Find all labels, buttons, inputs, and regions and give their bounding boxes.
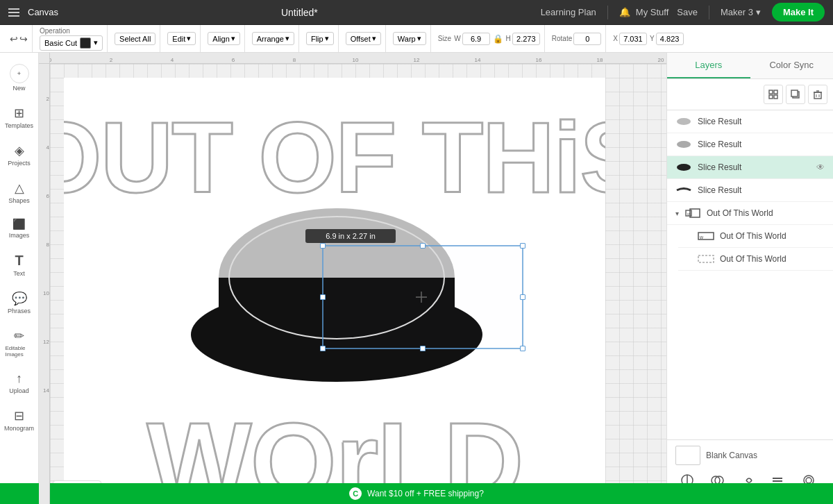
sidebar-item-editable-images[interactable]: ✏ Editable Images [3, 323, 36, 363]
redo-button[interactable]: ↪ [19, 33, 28, 44]
notifications-area[interactable]: 🔔 My Stuff Save [619, 7, 698, 17]
ruler-tick-v-4: 4 [47, 144, 49, 151]
handle-bottom-mid[interactable] [420, 346, 426, 351]
handle-mid-left[interactable] [320, 294, 326, 300]
pos-x-input[interactable] [619, 33, 647, 45]
left-sidebar: + New ⊞ Templates ◈ Projects △ Shapes ⬛ … [0, 53, 39, 504]
ruler-tick-8: 8 [293, 57, 296, 63]
panel-tabs: Layers Color Sync [667, 53, 833, 79]
position-group: X Y [609, 25, 687, 52]
offset-button[interactable]: Offset ▾ [346, 32, 381, 45]
ruler-corner [39, 53, 50, 64]
layers-list: Slice Result Slice Result Slice Result 👁 [667, 110, 833, 439]
ruler-tick-18: 18 [597, 57, 603, 63]
my-stuff-link[interactable]: My Stuff [636, 7, 668, 17]
sidebar-label-phrases: Phrases [8, 308, 31, 314]
sidebar-item-projects[interactable]: ◈ Projects [3, 137, 36, 172]
svg-rect-16 [791, 90, 798, 96]
svg-rect-13 [769, 95, 773, 99]
layer-ootw-2[interactable]: Out Of This World [678, 248, 833, 271]
canvas-label: Canvas [28, 7, 58, 17]
hamburger-menu[interactable] [8, 8, 19, 17]
layer-thumb-3 [675, 162, 692, 173]
tab-color-sync[interactable]: Color Sync [750, 53, 834, 78]
group-collapse-icon[interactable]: ▾ [675, 210, 679, 217]
layer-ootw-1[interactable]: w Out Of This World [678, 225, 833, 248]
ruler-tick-v-10: 10 [43, 290, 49, 296]
handle-top-left[interactable] [320, 243, 326, 249]
top-bar: Canvas Untitled* Learning Plan 🔔 My Stuf… [0, 0, 833, 25]
svg-text:6.9 in x 2.27 in: 6.9 in x 2.27 in [326, 232, 376, 240]
sidebar-item-new[interactable]: + New [3, 58, 36, 97]
layer-slice-result-4[interactable]: Slice Result [667, 179, 833, 202]
layer-slice-result-3[interactable]: Slice Result 👁 [667, 156, 833, 179]
warp-button[interactable]: Warp ▾ [393, 32, 426, 45]
blank-canvas-row: Blank Canvas [675, 446, 825, 465]
operation-value: Basic Cut [44, 39, 77, 47]
sidebar-item-templates[interactable]: ⊞ Templates [3, 100, 36, 135]
maker-selector[interactable]: Maker 3 ▾ [721, 7, 761, 17]
delete-button[interactable] [808, 85, 827, 104]
promo-banner[interactable]: C Want $10 off + FREE shipping? [0, 483, 833, 504]
operation-dropdown[interactable]: Basic Cut ▾ [40, 35, 103, 51]
handle-top-mid[interactable] [420, 243, 426, 249]
ruler-tick-v-6: 6 [47, 193, 49, 199]
canvas-content[interactable]: OUT OF THiS [50, 64, 666, 504]
duplicate-icon [791, 90, 800, 99]
svg-rect-12 [774, 90, 777, 94]
sidebar-label-images: Images [9, 232, 30, 239]
sidebar-item-phrases[interactable]: 💬 Phrases [3, 285, 36, 320]
width-input[interactable] [462, 33, 490, 45]
select-all-button[interactable]: Select All [115, 33, 155, 45]
height-field: H [506, 33, 540, 45]
rotate-group: Rotate [548, 25, 606, 52]
sidebar-label-upload: Upload [9, 387, 29, 394]
sidebar-item-shapes[interactable]: △ Shapes [3, 175, 36, 210]
layer-slice-result-1[interactable]: Slice Result [667, 110, 833, 133]
sidebar-item-upload[interactable]: ↑ Upload [3, 366, 36, 400]
bell-icon: 🔔 [619, 7, 630, 17]
sidebar-item-text[interactable]: T Text [3, 247, 36, 283]
svg-rect-36 [773, 480, 782, 482]
height-input[interactable] [512, 33, 540, 45]
rotate-input[interactable] [573, 33, 601, 45]
handle-top-right[interactable] [520, 243, 525, 249]
maker-label: Maker 3 [721, 7, 753, 17]
edit-chevron-icon: ▾ [187, 34, 191, 43]
flip-button[interactable]: Flip ▾ [306, 32, 334, 45]
align-button[interactable]: Align ▾ [208, 32, 239, 45]
make-it-button[interactable]: Make It [772, 3, 825, 22]
pos-y-input[interactable] [656, 33, 684, 45]
top-bar-right: Learning Plan 🔔 My Stuff Save Maker 3 ▾ … [541, 3, 825, 22]
canvas-area[interactable]: 0 2 4 6 8 10 12 14 16 18 20 2 4 6 8 10 1… [39, 53, 666, 504]
handle-bottom-right[interactable] [520, 346, 525, 351]
chevron-down-icon: ▾ [756, 7, 761, 17]
save-button[interactable]: Save [677, 7, 698, 17]
sidebar-item-monogram[interactable]: ⊟ Monogram [3, 403, 36, 437]
layer-ootw-thumb-2 [698, 253, 714, 264]
lock-icon[interactable]: 🔒 [493, 34, 503, 44]
monogram-icon: ⊟ [14, 408, 24, 423]
tab-layers[interactable]: Layers [667, 53, 750, 78]
undo-button[interactable]: ↩ [10, 33, 18, 44]
document-title: Untitled* [281, 7, 318, 18]
sidebar-label-text: Text [13, 270, 25, 277]
eye-icon-3[interactable]: 👁 [816, 162, 825, 172]
rotate-label: Rotate [552, 35, 572, 42]
edit-button[interactable]: Edit ▾ [167, 32, 196, 45]
layer-group-out-of-this-world[interactable]: ▾ w Out Of This World [667, 202, 833, 225]
group-button[interactable] [764, 85, 783, 104]
handle-bottom-left[interactable] [320, 346, 326, 351]
handle-mid-right[interactable] [520, 294, 525, 300]
layer-slice-result-2[interactable]: Slice Result [667, 133, 833, 156]
color-swatch[interactable] [80, 37, 91, 49]
duplicate-button[interactable] [786, 85, 805, 104]
sidebar-item-images[interactable]: ⬛ Images [3, 212, 36, 244]
dropdown-chevron-icon: ▾ [94, 38, 98, 47]
edit-label: Edit [172, 35, 185, 43]
layer-thumb-1 [675, 116, 692, 127]
sidebar-label-monogram: Monogram [4, 425, 34, 432]
learning-plan-link[interactable]: Learning Plan [541, 7, 596, 17]
layer-ootw-name-2: Out Of This World [720, 254, 825, 264]
arrange-button[interactable]: Arrange ▾ [252, 32, 294, 45]
